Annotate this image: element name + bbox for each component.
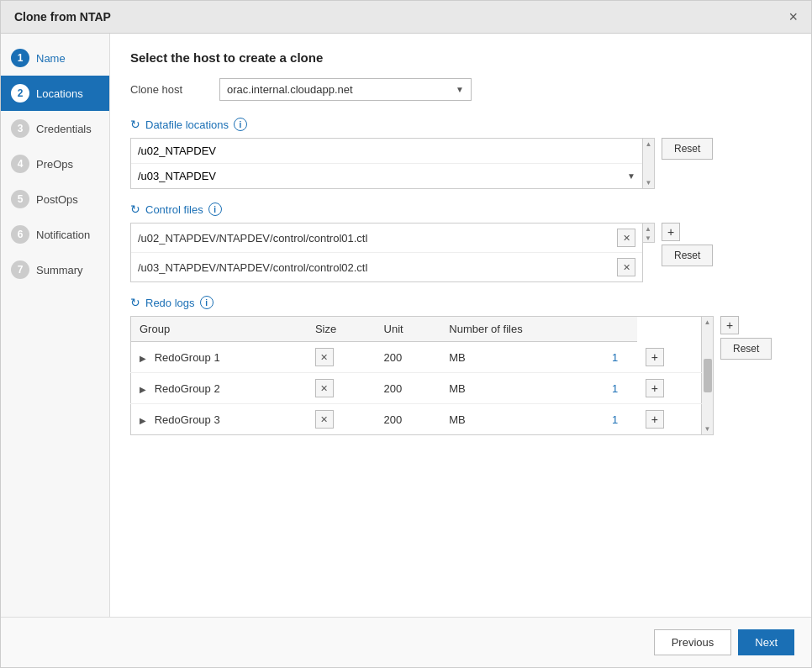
expand-arrow-0[interactable]: ▶ bbox=[140, 354, 146, 363]
redo-refresh-icon[interactable]: ↻ bbox=[130, 296, 140, 309]
redo-size-2: ✕ bbox=[307, 404, 376, 435]
redo-add-button-1[interactable]: + bbox=[646, 379, 664, 397]
redo-group-1: ▶ RedoGroup 2 bbox=[131, 373, 307, 404]
step-circle-1: 1 bbox=[11, 49, 29, 67]
redo-add-col-1: + bbox=[637, 373, 702, 404]
redo-size-1: ✕ bbox=[307, 373, 376, 404]
redo-files-0: 1 bbox=[604, 342, 637, 373]
redo-remove-button-2[interactable]: ✕ bbox=[315, 410, 334, 429]
redo-table-container: Group Size Unit Number of files ▶ bbox=[130, 316, 714, 435]
redo-scrollbar[interactable]: ▲ ▼ bbox=[702, 316, 714, 435]
previous-button[interactable]: Previous bbox=[654, 629, 732, 655]
redo-col-files: Number of files bbox=[440, 317, 604, 342]
sidebar-item-preops[interactable]: 4 PreOps bbox=[1, 146, 109, 181]
control-refresh-icon[interactable]: ↻ bbox=[130, 203, 140, 216]
control-add-button[interactable]: + bbox=[662, 223, 680, 241]
sidebar-item-credentials[interactable]: 3 Credentials bbox=[1, 111, 109, 146]
control-scrollbar[interactable]: ▲ ▼ bbox=[643, 223, 655, 243]
dialog-footer: Previous Next bbox=[1, 617, 811, 667]
sidebar-label-postops: PostOps bbox=[36, 193, 78, 206]
redo-unit-1: MB bbox=[440, 373, 604, 404]
sidebar-item-summary[interactable]: 7 Summary bbox=[1, 252, 109, 287]
redo-col-size: Size bbox=[307, 317, 376, 342]
clone-dialog: Clone from NTAP × 1 Name 2 Locations 3 C… bbox=[0, 0, 812, 668]
clone-host-value: orac.internal.cloudapp.net bbox=[227, 83, 353, 96]
control-row-section: /u02_NTAPDEV/NTAPDEV/control/control01.c… bbox=[130, 223, 791, 282]
dialog-title: Clone from NTAP bbox=[14, 10, 111, 24]
control-section-actions: + Reset bbox=[662, 223, 713, 266]
sidebar-item-locations[interactable]: 2 Locations bbox=[1, 76, 109, 111]
redo-col-actions bbox=[604, 317, 637, 342]
datafile-scrollbar[interactable]: ▲ ▼ bbox=[643, 138, 655, 189]
control-list-scroll-wrapper: /u02_NTAPDEV/NTAPDEV/control/control01.c… bbox=[130, 223, 655, 282]
clone-host-label: Clone host bbox=[130, 83, 206, 96]
sidebar-label-locations: Locations bbox=[36, 87, 83, 100]
control-section-header: ↻ Control files i bbox=[130, 203, 791, 216]
sidebar-item-name[interactable]: 1 Name bbox=[1, 40, 109, 76]
redo-add-group-button[interactable]: + bbox=[720, 316, 739, 334]
dialog-header: Clone from NTAP × bbox=[1, 1, 811, 34]
clone-host-dropdown[interactable]: orac.internal.cloudapp.net ▼ bbox=[219, 78, 472, 101]
datafile-section-label: Datafile locations bbox=[145, 118, 229, 131]
control-remove-button-0[interactable]: ✕ bbox=[617, 229, 635, 247]
sidebar: 1 Name 2 Locations 3 Credentials 4 PreOp… bbox=[1, 34, 110, 617]
sidebar-label-name: Name bbox=[36, 52, 66, 65]
redo-col-group: Group bbox=[131, 317, 307, 342]
redo-files-link-1[interactable]: 1 bbox=[612, 382, 618, 395]
redo-section-header: ↻ Redo logs i bbox=[130, 296, 791, 309]
redo-section-label: Redo logs bbox=[145, 297, 195, 309]
expand-arrow-1[interactable]: ▶ bbox=[140, 385, 146, 394]
datafile-info-icon[interactable]: i bbox=[234, 118, 247, 131]
sidebar-item-notification[interactable]: 6 Notification bbox=[1, 217, 109, 252]
redo-section: Group Size Unit Number of files ▶ bbox=[130, 316, 791, 435]
datafile-row-section: /u02_NTAPDEV /u03_NTAPDEV ▼ ▲ ▼ Reset bbox=[130, 138, 791, 189]
datafile-list: /u02_NTAPDEV /u03_NTAPDEV ▼ bbox=[130, 138, 643, 189]
control-info-icon[interactable]: i bbox=[208, 203, 222, 216]
datafile-dropdown-arrow-1: ▼ bbox=[627, 171, 635, 181]
redo-files-link-0[interactable]: 1 bbox=[612, 351, 618, 364]
redo-group-label-2: RedoGroup 3 bbox=[155, 413, 220, 426]
redo-unit-val-1: 200 bbox=[376, 373, 441, 404]
redo-unit-val-2: 200 bbox=[376, 404, 441, 435]
clone-host-row: Clone host orac.internal.cloudapp.net ▼ bbox=[130, 78, 791, 101]
redo-reset-button[interactable]: Reset bbox=[720, 338, 772, 360]
datafile-reset-button[interactable]: Reset bbox=[662, 138, 713, 160]
control-remove-button-1[interactable]: ✕ bbox=[617, 258, 635, 276]
control-list-container: /u02_NTAPDEV/NTAPDEV/control/control01.c… bbox=[130, 223, 655, 282]
redo-remove-button-0[interactable]: ✕ bbox=[315, 348, 334, 366]
close-button[interactable]: × bbox=[788, 9, 798, 24]
redo-remove-button-1[interactable]: ✕ bbox=[315, 379, 334, 397]
sidebar-label-notification: Notification bbox=[36, 229, 90, 241]
redo-add-button-2[interactable]: + bbox=[646, 410, 664, 429]
step-circle-6: 6 bbox=[11, 225, 29, 244]
control-reset-button[interactable]: Reset bbox=[662, 245, 713, 266]
redo-add-button-0[interactable]: + bbox=[646, 348, 664, 366]
step-circle-3: 3 bbox=[11, 119, 29, 138]
dropdown-arrow: ▼ bbox=[456, 85, 464, 94]
sidebar-item-postops[interactable]: 5 PostOps bbox=[1, 181, 109, 217]
redo-unit-val-0: 200 bbox=[376, 342, 441, 373]
redo-files-1: 1 bbox=[604, 373, 637, 404]
redo-files-link-2[interactable]: 1 bbox=[612, 413, 618, 426]
control-section-label: Control files bbox=[145, 203, 203, 216]
datafile-item-0: /u02_NTAPDEV bbox=[131, 139, 642, 164]
table-row: ▶ RedoGroup 2 ✕ 200 MB 1 bbox=[131, 373, 702, 404]
redo-unit-2: MB bbox=[440, 404, 604, 435]
redo-size-0: ✕ bbox=[307, 342, 376, 373]
redo-info-icon[interactable]: i bbox=[200, 296, 214, 309]
redo-add-col-2: + bbox=[637, 404, 702, 435]
datafile-item-1[interactable]: /u03_NTAPDEV ▼ bbox=[131, 164, 642, 188]
step-circle-5: 5 bbox=[11, 190, 29, 208]
control-item-1: /u03_NTAPDEV/NTAPDEV/control/control02.c… bbox=[131, 253, 642, 281]
refresh-icon[interactable]: ↻ bbox=[130, 118, 140, 131]
expand-arrow-2[interactable]: ▶ bbox=[140, 416, 146, 425]
redo-table: Group Size Unit Number of files ▶ bbox=[130, 316, 702, 435]
datafile-section-header: ↻ Datafile locations i bbox=[130, 118, 791, 131]
dialog-body: 1 Name 2 Locations 3 Credentials 4 PreOp… bbox=[1, 34, 811, 617]
control-list: /u02_NTAPDEV/NTAPDEV/control/control01.c… bbox=[130, 223, 643, 282]
redo-right-actions: + Reset bbox=[720, 316, 772, 360]
datafile-value-1: /u03_NTAPDEV bbox=[138, 170, 216, 182]
redo-unit-0: MB bbox=[440, 342, 604, 373]
next-button[interactable]: Next bbox=[738, 629, 794, 655]
redo-group-0: ▶ RedoGroup 1 bbox=[131, 342, 307, 373]
